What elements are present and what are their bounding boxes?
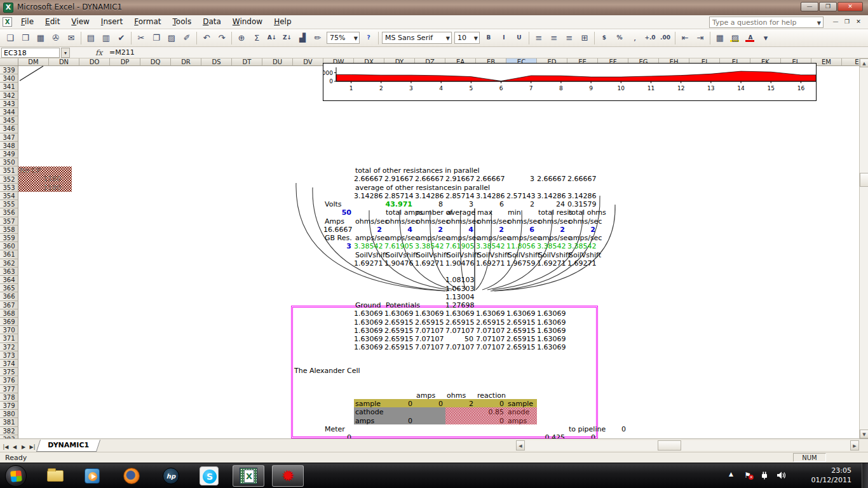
paste-button[interactable]: ▨	[165, 31, 179, 45]
fx-icon[interactable]: fx	[95, 48, 102, 57]
row-header-346[interactable]: 346	[0, 125, 18, 133]
hyperlink-button[interactable]: ⊕	[234, 31, 248, 45]
column-header-DM[interactable]: DM	[18, 58, 49, 66]
sheet-cell[interactable]: 16.6667	[323, 226, 351, 234]
sheet-cell[interactable]: 43.971	[384, 200, 412, 208]
sheet-cell[interactable]: amps	[416, 391, 435, 400]
sheet-cell[interactable]: 3	[323, 242, 351, 250]
menu-tools[interactable]: Tools	[167, 15, 198, 29]
sheet-cell[interactable]: 2	[537, 226, 565, 234]
sheet-cell[interactable]: 3.38542	[476, 242, 504, 250]
sheet-cell[interactable]: 1.63069	[506, 309, 534, 318]
row-header-378[interactable]: 378	[0, 393, 18, 402]
chart-wizard-button[interactable]: ▟	[295, 31, 309, 45]
sheet-cell[interactable]: 2.91667	[445, 175, 473, 183]
sheet-cell[interactable]: 1.63069	[537, 327, 565, 335]
sheet-cell[interactable]: 2.65915	[384, 327, 412, 335]
sheet-cell[interactable]: 1.69271	[537, 259, 565, 268]
sheet-cell[interactable]: amps/sec	[477, 234, 510, 242]
row-header-355[interactable]: 355	[0, 200, 18, 208]
sheet-cell[interactable]: 3.38542	[537, 242, 565, 250]
row-header-374[interactable]: 374	[0, 360, 18, 368]
sheet-cell[interactable]: The Alexander Cell	[294, 367, 360, 375]
column-header-DR[interactable]: DR	[171, 58, 201, 66]
sheet-cell[interactable]: amps	[355, 417, 374, 425]
sheet-cell[interactable]: 1.27698	[445, 301, 473, 309]
sheet-cell[interactable]: sample	[355, 400, 381, 408]
copy-button[interactable]: ❐	[149, 31, 163, 45]
sheet-cell[interactable]: 3.14286	[537, 192, 565, 200]
sheet-cell[interactable]: ohms/sec	[569, 217, 602, 226]
next-sheet-button[interactable]: ▶	[19, 442, 28, 452]
sheet-cell[interactable]: total of other resistances in parallel	[355, 166, 480, 175]
doc-minimize-button[interactable]: —	[830, 18, 841, 27]
sheet-cell[interactable]: 7.07107	[476, 335, 504, 343]
scroll-left-button[interactable]: ◀	[516, 440, 525, 451]
row-header-345[interactable]: 345	[0, 116, 18, 125]
sheet-cell[interactable]: reaction	[477, 391, 506, 400]
row-header-354[interactable]: 354	[0, 192, 18, 200]
row-header-369[interactable]: 369	[0, 318, 18, 326]
sheet-cell[interactable]: amps/sec	[447, 234, 480, 242]
cut-button[interactable]: ✂	[134, 31, 148, 45]
row-header-360[interactable]: 360	[0, 242, 18, 250]
maximize-button[interactable]: ❐	[819, 2, 837, 11]
sheet-cell[interactable]: SoilVshift	[416, 251, 449, 259]
sheet-cell[interactable]: 11.8056	[506, 242, 534, 250]
sheet-cell[interactable]: amps/sec	[538, 234, 571, 242]
row-header-348[interactable]: 348	[0, 142, 18, 150]
sheet-cell[interactable]: 1180	[38, 184, 61, 192]
column-header-DP[interactable]: DP	[110, 58, 140, 66]
sheet-cell[interactable]: min	[508, 208, 521, 217]
taskbar-excel[interactable]: X	[233, 465, 264, 487]
sheet-cell[interactable]: 2.65915	[506, 327, 534, 335]
sheet-cell[interactable]: Potentials	[386, 301, 420, 309]
sheet-cell[interactable]: 7.07107	[476, 327, 504, 335]
sheet-cell[interactable]: ohms	[447, 391, 466, 400]
taskbar-media-player[interactable]	[76, 465, 108, 487]
sheet-cell[interactable]: sample	[508, 400, 533, 408]
sheet-cell[interactable]: 0	[476, 400, 504, 408]
sheet-cell[interactable]: SoilVshift	[538, 251, 571, 259]
column-header-DN[interactable]: DN	[49, 58, 79, 66]
sheet-cell[interactable]: 1.63069	[354, 318, 382, 327]
sheet-cell[interactable]: 3	[445, 200, 473, 208]
sheet-cell[interactable]: 2	[506, 200, 534, 208]
sheet-cell[interactable]: 50	[323, 208, 351, 217]
row-header-381[interactable]: 381	[0, 418, 18, 426]
sheet-cell[interactable]: average	[447, 208, 475, 217]
column-header-DU[interactable]: DU	[262, 58, 293, 66]
row-header-366[interactable]: 366	[0, 292, 18, 301]
sheet-cell[interactable]: Amps	[325, 217, 344, 226]
align-center-button[interactable]: ≡	[547, 31, 561, 45]
sheet-cell[interactable]: anode	[508, 408, 529, 416]
sheet-tab-dynamic1[interactable]: DYNAMIC1	[36, 440, 100, 452]
sheet-cell[interactable]: 1.63069	[354, 327, 382, 335]
horizontal-scrollbar[interactable]: ◀ ▶	[516, 440, 859, 451]
formula-input[interactable]: =M211	[109, 48, 135, 57]
align-right-button[interactable]: ≡	[562, 31, 576, 45]
sheet-cell[interactable]: 2	[445, 400, 473, 408]
autosum-button[interactable]: Σ	[250, 31, 264, 45]
action-center-flag-icon[interactable]: ⚑ ✕	[744, 471, 751, 480]
percent-button[interactable]: %	[613, 31, 627, 45]
close-button[interactable]: ✕	[837, 2, 863, 11]
sheet-cell[interactable]: total resis	[538, 208, 573, 217]
sheet-cell[interactable]: 2.66667	[354, 175, 382, 183]
format-painter-button[interactable]: ✐	[180, 31, 194, 45]
name-box-dropdown[interactable]: ▾	[61, 48, 70, 58]
sheet-cell[interactable]: 1.63069	[537, 335, 565, 343]
sheet-cell[interactable]: SoilVshift	[355, 251, 388, 259]
row-header-343[interactable]: 343	[0, 100, 18, 108]
menu-format[interactable]: Format	[128, 15, 166, 29]
sheet-cell[interactable]: 1.06303	[445, 285, 473, 293]
select-all-corner[interactable]	[0, 58, 18, 66]
sheet-cell[interactable]: SoilVshift	[386, 251, 418, 259]
taskbar-explorer[interactable]	[39, 465, 71, 487]
sheet-cell[interactable]: SoilVshift	[508, 251, 540, 259]
borders-button[interactable]: ▦	[713, 31, 727, 45]
menu-insert[interactable]: Insert	[95, 15, 128, 29]
decrease-decimal-button[interactable]: .00	[658, 31, 672, 45]
sheet-cell[interactable]: 7.07107	[476, 343, 504, 351]
vertical-scrollbar[interactable]: ▲ ▼	[859, 58, 868, 438]
